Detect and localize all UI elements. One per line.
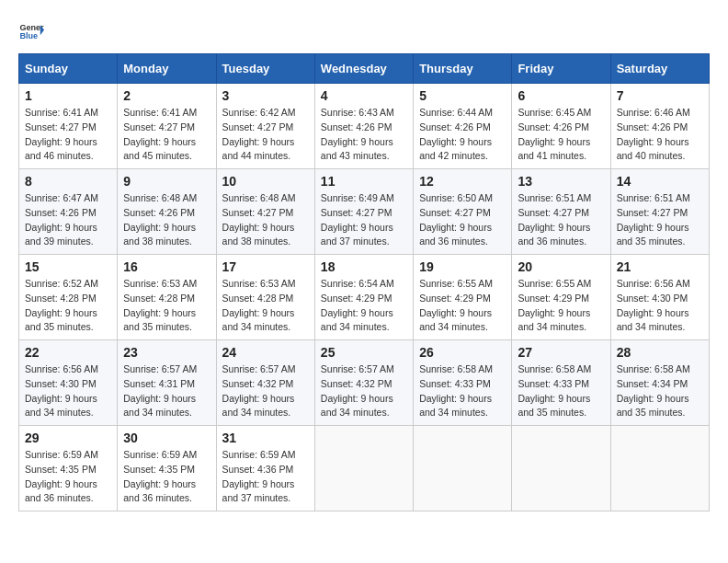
day-number: 7 [617,88,703,103]
day-number: 14 [617,174,703,189]
day-number: 17 [222,259,309,274]
day-info: Sunrise: 6:58 AM Sunset: 4:33 PM Dayligh… [419,362,506,420]
day-info: Sunrise: 6:59 AM Sunset: 4:35 PM Dayligh… [123,448,210,506]
calendar-cell: 11 Sunrise: 6:49 AM Sunset: 4:27 PM Dayl… [314,169,413,255]
calendar-cell: 20 Sunrise: 6:55 AM Sunset: 4:29 PM Dayl… [512,255,610,340]
day-number: 5 [419,88,506,103]
day-number: 31 [222,431,309,445]
day-info: Sunrise: 6:44 AM Sunset: 4:26 PM Dayligh… [419,106,506,164]
day-info: Sunrise: 6:48 AM Sunset: 4:26 PM Dayligh… [123,191,210,249]
calendar-cell: 21 Sunrise: 6:56 AM Sunset: 4:30 PM Dayl… [610,255,709,340]
day-info: Sunrise: 6:47 AM Sunset: 4:26 PM Dayligh… [25,191,111,249]
header: General Blue [18,18,710,44]
calendar-cell: 28 Sunrise: 6:58 AM Sunset: 4:34 PM Dayl… [610,340,709,426]
weekday-header-monday: Monday [118,54,216,84]
calendar-cell: 2 Sunrise: 6:41 AM Sunset: 4:27 PM Dayli… [118,84,216,169]
weekday-header-saturday: Saturday [610,54,709,84]
logo-icon: General Blue [18,18,44,44]
day-number: 25 [321,345,407,360]
weekday-header-row: SundayMondayTuesdayWednesdayThursdayFrid… [19,54,710,84]
calendar-cell: 27 Sunrise: 6:58 AM Sunset: 4:33 PM Dayl… [512,340,610,426]
day-info: Sunrise: 6:59 AM Sunset: 4:35 PM Dayligh… [25,448,111,506]
logo: General Blue [18,18,44,44]
day-number: 20 [518,259,604,274]
day-info: Sunrise: 6:49 AM Sunset: 4:27 PM Dayligh… [321,191,407,249]
day-info: Sunrise: 6:48 AM Sunset: 4:27 PM Dayligh… [222,191,309,249]
day-info: Sunrise: 6:41 AM Sunset: 4:27 PM Dayligh… [25,106,111,164]
day-info: Sunrise: 6:55 AM Sunset: 4:29 PM Dayligh… [419,277,506,335]
day-number: 28 [617,345,703,360]
day-number: 11 [321,174,407,189]
day-info: Sunrise: 6:51 AM Sunset: 4:27 PM Dayligh… [518,191,604,249]
week-row-5: 29 Sunrise: 6:59 AM Sunset: 4:35 PM Dayl… [19,426,710,511]
calendar-cell [512,426,610,511]
calendar-cell: 12 Sunrise: 6:50 AM Sunset: 4:27 PM Dayl… [414,169,512,255]
calendar-cell [414,426,512,511]
calendar-cell: 29 Sunrise: 6:59 AM Sunset: 4:35 PM Dayl… [19,426,118,511]
day-number: 23 [123,345,210,360]
day-info: Sunrise: 6:57 AM Sunset: 4:31 PM Dayligh… [123,362,210,420]
calendar-cell [610,426,709,511]
calendar-cell: 31 Sunrise: 6:59 AM Sunset: 4:36 PM Dayl… [216,426,314,511]
calendar-cell: 7 Sunrise: 6:46 AM Sunset: 4:26 PM Dayli… [610,84,709,169]
day-number: 24 [222,345,309,360]
day-number: 15 [25,259,111,274]
calendar-cell: 13 Sunrise: 6:51 AM Sunset: 4:27 PM Dayl… [512,169,610,255]
calendar-cell: 24 Sunrise: 6:57 AM Sunset: 4:32 PM Dayl… [216,340,314,426]
day-number: 1 [25,88,111,103]
calendar-cell: 17 Sunrise: 6:53 AM Sunset: 4:28 PM Dayl… [216,255,314,340]
day-number: 12 [419,174,506,189]
calendar-cell: 15 Sunrise: 6:52 AM Sunset: 4:28 PM Dayl… [19,255,118,340]
day-number: 6 [518,88,604,103]
day-info: Sunrise: 6:42 AM Sunset: 4:27 PM Dayligh… [222,106,309,164]
day-number: 27 [518,345,604,360]
week-row-2: 8 Sunrise: 6:47 AM Sunset: 4:26 PM Dayli… [19,169,710,255]
day-info: Sunrise: 6:57 AM Sunset: 4:32 PM Dayligh… [222,362,309,420]
day-number: 30 [123,431,210,445]
day-info: Sunrise: 6:43 AM Sunset: 4:26 PM Dayligh… [321,106,407,164]
day-info: Sunrise: 6:59 AM Sunset: 4:36 PM Dayligh… [222,448,309,506]
day-number: 10 [222,174,309,189]
calendar-cell: 10 Sunrise: 6:48 AM Sunset: 4:27 PM Dayl… [216,169,314,255]
calendar-cell: 25 Sunrise: 6:57 AM Sunset: 4:32 PM Dayl… [314,340,413,426]
calendar-cell [314,426,413,511]
calendar-cell: 16 Sunrise: 6:53 AM Sunset: 4:28 PM Dayl… [118,255,216,340]
day-info: Sunrise: 6:46 AM Sunset: 4:26 PM Dayligh… [617,106,703,164]
day-info: Sunrise: 6:55 AM Sunset: 4:29 PM Dayligh… [518,277,604,335]
calendar-cell: 19 Sunrise: 6:55 AM Sunset: 4:29 PM Dayl… [414,255,512,340]
day-number: 9 [123,174,210,189]
day-info: Sunrise: 6:50 AM Sunset: 4:27 PM Dayligh… [419,191,506,249]
calendar-cell: 23 Sunrise: 6:57 AM Sunset: 4:31 PM Dayl… [118,340,216,426]
day-info: Sunrise: 6:54 AM Sunset: 4:29 PM Dayligh… [321,277,407,335]
week-row-3: 15 Sunrise: 6:52 AM Sunset: 4:28 PM Dayl… [19,255,710,340]
calendar: SundayMondayTuesdayWednesdayThursdayFrid… [18,53,710,511]
svg-text:Blue: Blue [19,31,38,40]
weekday-header-tuesday: Tuesday [216,54,314,84]
week-row-4: 22 Sunrise: 6:56 AM Sunset: 4:30 PM Dayl… [19,340,710,426]
calendar-cell: 1 Sunrise: 6:41 AM Sunset: 4:27 PM Dayli… [19,84,118,169]
day-info: Sunrise: 6:56 AM Sunset: 4:30 PM Dayligh… [25,362,111,420]
day-number: 13 [518,174,604,189]
day-number: 29 [25,431,111,445]
calendar-cell: 30 Sunrise: 6:59 AM Sunset: 4:35 PM Dayl… [118,426,216,511]
day-number: 26 [419,345,506,360]
day-number: 22 [25,345,111,360]
day-info: Sunrise: 6:58 AM Sunset: 4:33 PM Dayligh… [518,362,604,420]
day-info: Sunrise: 6:57 AM Sunset: 4:32 PM Dayligh… [321,362,407,420]
calendar-cell: 22 Sunrise: 6:56 AM Sunset: 4:30 PM Dayl… [19,340,118,426]
day-number: 4 [321,88,407,103]
weekday-header-friday: Friday [512,54,610,84]
calendar-cell: 6 Sunrise: 6:45 AM Sunset: 4:26 PM Dayli… [512,84,610,169]
day-number: 8 [25,174,111,189]
calendar-cell: 8 Sunrise: 6:47 AM Sunset: 4:26 PM Dayli… [19,169,118,255]
calendar-cell: 9 Sunrise: 6:48 AM Sunset: 4:26 PM Dayli… [118,169,216,255]
calendar-cell: 3 Sunrise: 6:42 AM Sunset: 4:27 PM Dayli… [216,84,314,169]
day-info: Sunrise: 6:53 AM Sunset: 4:28 PM Dayligh… [123,277,210,335]
day-number: 18 [321,259,407,274]
day-number: 16 [123,259,210,274]
weekday-header-thursday: Thursday [414,54,512,84]
day-number: 3 [222,88,309,103]
weekday-header-wednesday: Wednesday [314,54,413,84]
weekday-header-sunday: Sunday [19,54,118,84]
calendar-cell: 18 Sunrise: 6:54 AM Sunset: 4:29 PM Dayl… [314,255,413,340]
